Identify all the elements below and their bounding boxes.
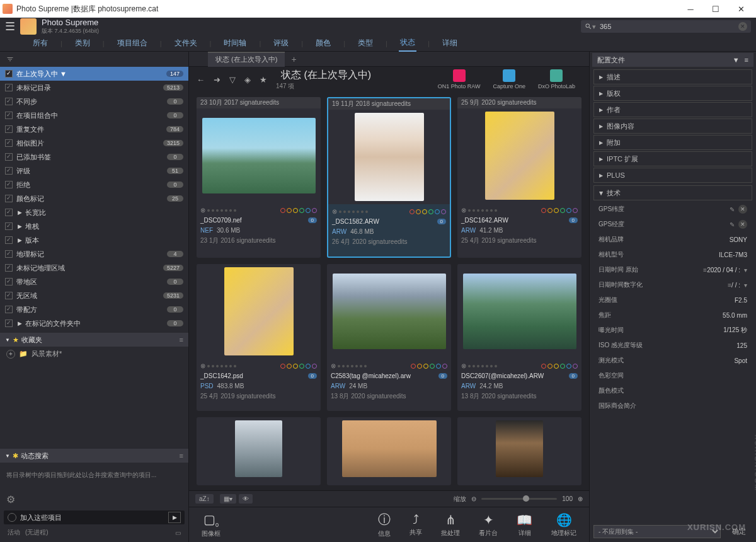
ok-button[interactable]: 确定 — [726, 525, 752, 538]
tech-field[interactable]: 国际商会简介 — [590, 398, 756, 413]
apply-select[interactable]: - 不应用到集 - — [593, 525, 721, 538]
nav-tab[interactable]: 类别 — [74, 35, 91, 51]
sidebar-item[interactable]: 未标记目录5213 — [0, 81, 188, 95]
nav-tab[interactable]: 所有 — [32, 35, 49, 51]
action-button[interactable]: 🌐地理标记 — [551, 512, 576, 538]
tech-field[interactable]: GPS经度✎✕ — [590, 217, 756, 232]
window-title: Photo Supreme |数据库 photosupreme.cat — [16, 4, 158, 14]
tech-field[interactable]: 光圈值F2.5 — [590, 292, 756, 308]
action-button[interactable]: ⋔批处理 — [441, 512, 460, 538]
thumbnail-card[interactable]: ⊗DSC2607(@micahezel).ARW0ARW24.2 MB13 8月… — [457, 264, 581, 411]
tech-field[interactable]: 测光模式Spot — [590, 353, 756, 368]
sidebar-item[interactable]: 带地区0 — [0, 275, 188, 289]
back-icon[interactable]: ← — [197, 75, 205, 84]
tech-field[interactable]: ISO 感光度等级125 — [590, 338, 756, 353]
action-button[interactable]: ⤴共享 — [410, 512, 422, 537]
external-app[interactable]: DxO PhotoLab — [538, 69, 575, 89]
nav-tab[interactable]: 状态 — [399, 35, 416, 52]
sort-az[interactable]: aZ↕ — [195, 494, 214, 504]
favorites-header[interactable]: ▼★收藏夹≡ — [0, 333, 188, 347]
tech-field[interactable]: GPS纬度✎✕ — [590, 202, 756, 217]
sidebar-item[interactable]: 在项目组合中0 — [0, 108, 188, 122]
gear-icon[interactable]: ⚙ — [4, 491, 185, 508]
thumbnail-card[interactable] — [327, 417, 451, 485]
tech-field[interactable]: 色彩空间 — [590, 368, 756, 383]
thumbnail-card[interactable]: 19 11月 2018 signatureedits⊗_DSC1582.ARW0… — [327, 97, 451, 258]
panel-section[interactable]: ▶作者 — [593, 102, 752, 117]
sidebar-item[interactable]: ► 堆栈 — [0, 219, 188, 233]
sidebar-item[interactable]: 地理标记4 — [0, 247, 188, 261]
thumbnail-card[interactable] — [457, 417, 581, 485]
tech-field[interactable]: 曝光时间1/125 秒 — [590, 323, 756, 338]
zoom-out[interactable]: ⊖ — [471, 495, 476, 502]
search-box[interactable]: ▾ ✕ — [581, 20, 751, 33]
action-button[interactable]: ▢0图像框 — [202, 512, 220, 538]
tech-field[interactable]: 日期时间 原始≡2020 / 04 / :▾ — [590, 262, 756, 277]
nav-tab[interactable]: 类型 — [357, 35, 374, 51]
filter-icon[interactable] — [6, 55, 14, 63]
thumbnail-card[interactable]: ⊗C2583(tag @micahezel).arw0ARW24 MB13 8月… — [327, 264, 451, 411]
sidebar-item[interactable]: 颜色标记25 — [0, 192, 188, 205]
panel-section[interactable]: ▶版权 — [593, 86, 752, 101]
minimize-button[interactable]: ─ — [678, 0, 703, 18]
sidebar-item[interactable]: 不同步0 — [0, 95, 188, 108]
sidebar-item[interactable]: 无区域5231 — [0, 289, 188, 303]
add-items-bar[interactable]: 加入这些项目▶ — [4, 510, 185, 524]
panel-section[interactable]: ▶附加 — [593, 135, 752, 150]
sidebar-item[interactable]: 相似图片3215 — [0, 136, 188, 150]
content-tab[interactable]: 状态 (在上次导入中) — [208, 52, 285, 67]
panel-section[interactable]: ▶描述 — [593, 69, 752, 84]
config-files[interactable]: 配置文件▼≡ — [592, 53, 753, 67]
sidebar-item[interactable]: 重复文件784 — [0, 122, 188, 136]
zoom-in[interactable]: ⊕ — [578, 495, 583, 502]
sidebar-item[interactable]: ► 长宽比 — [0, 205, 188, 219]
tech-field[interactable]: 相机品牌SONY — [590, 232, 756, 247]
nav-tab[interactable]: 项目组合 — [116, 35, 149, 51]
favorite-item[interactable]: +📁风景素材* — [0, 347, 188, 361]
menu-icon[interactable]: ☰ — [5, 20, 20, 33]
tech-field[interactable]: 相机型号ILCE-7M3 — [590, 247, 756, 262]
action-button[interactable]: ⓘ信息 — [378, 511, 391, 538]
tech-field[interactable]: 颜色模式 — [590, 383, 756, 398]
forward-icon[interactable]: ➜ — [214, 75, 220, 84]
sidebar-item[interactable]: 已添加书签0 — [0, 150, 188, 164]
external-app[interactable]: ON1 Photo RAW — [438, 69, 481, 89]
sidebar-item[interactable]: 未标记地理区域5227 — [0, 261, 188, 275]
sidebar-item[interactable]: ► 版本 — [0, 233, 188, 247]
maximize-button[interactable]: ☐ — [703, 0, 728, 18]
sidebar-item[interactable]: 在上次导入中 ▼147 — [0, 67, 188, 81]
tech-section[interactable]: ▶技术 — [593, 185, 752, 200]
layers-icon[interactable]: ◈ — [244, 75, 251, 84]
nav-tab[interactable]: 文件夹 — [173, 35, 198, 51]
sidebar-item[interactable]: 评级51 — [0, 164, 188, 178]
sidebar-item[interactable]: 拒绝0 — [0, 178, 188, 192]
nav-tab[interactable]: 时间轴 — [222, 35, 248, 51]
tech-field[interactable]: 焦距55.0 mm — [590, 308, 756, 323]
thumbnail-card[interactable] — [197, 417, 321, 485]
action-button[interactable]: ✦看片台 — [479, 512, 498, 538]
nav-tab[interactable]: 详细 — [441, 35, 459, 51]
filter-icon[interactable]: ▽ — [229, 75, 236, 84]
thumbnail-card[interactable]: ⊗_DSC1642.psd0PSD483.8 MB25 4月 2019 sign… — [197, 264, 321, 411]
sidebar-item[interactable]: ► 在标记的文件夹中0 — [0, 316, 188, 330]
dynamic-search-header[interactable]: ▼✱动态搜索≡ — [0, 449, 188, 463]
nav-tab[interactable]: 评级 — [272, 35, 290, 51]
panel-section[interactable]: ▶PLUS — [593, 168, 752, 183]
star-icon[interactable]: ★ — [260, 75, 267, 84]
thumbnail-card[interactable]: 23 10月 2017 signatureedits⊗_DSC0709.nef0… — [197, 97, 321, 258]
search-input[interactable] — [596, 23, 738, 30]
tech-field[interactable]: 日期时间数字化≡/ / :▾ — [590, 277, 756, 292]
close-button[interactable]: ✕ — [728, 0, 753, 18]
nav-tab[interactable]: 颜色 — [314, 35, 332, 51]
panel-section[interactable]: ▶图像内容 — [593, 118, 752, 134]
add-tab[interactable]: + — [285, 54, 302, 64]
thumbnail-card[interactable]: 25 9月 2020 signatureedits⊗_DSC1642.ARW0A… — [457, 97, 581, 258]
action-button[interactable]: 📖详细 — [517, 512, 532, 538]
zoom-slider[interactable] — [481, 498, 557, 500]
panel-section[interactable]: ▶IPTC 扩展 — [593, 151, 752, 166]
external-app[interactable]: Capture One — [493, 69, 525, 89]
sidebar-item[interactable]: 带配方0 — [0, 303, 188, 316]
view-toggle[interactable]: 👁 — [239, 494, 253, 504]
clear-icon[interactable]: ✕ — [738, 22, 747, 31]
view-grid[interactable]: ▦▾ — [220, 494, 236, 504]
